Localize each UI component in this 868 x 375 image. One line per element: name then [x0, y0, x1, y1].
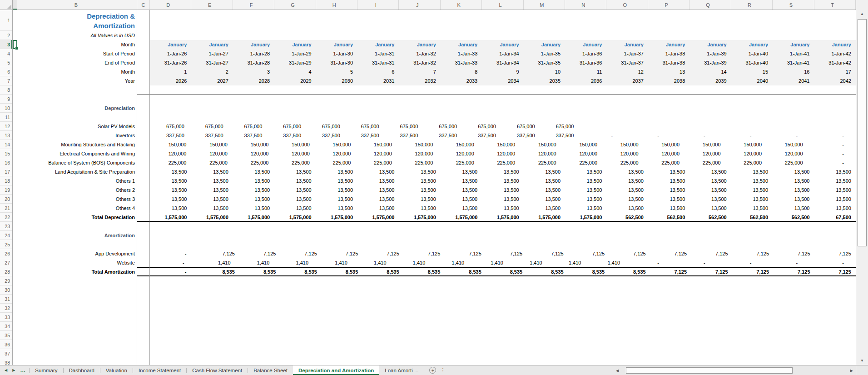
row-label-cell[interactable]: Start of Period	[17, 49, 137, 58]
cell[interactable]	[689, 285, 731, 295]
cell[interactable]	[137, 104, 150, 113]
cell[interactable]	[137, 222, 150, 231]
cell[interactable]	[731, 295, 773, 304]
cell[interactable]	[565, 240, 606, 249]
cell[interactable]: January	[648, 40, 689, 49]
cell[interactable]	[482, 104, 523, 113]
cell[interactable]: 13,500	[814, 204, 856, 213]
cell[interactable]	[137, 258, 150, 267]
cell[interactable]: -	[808, 158, 856, 167]
cell[interactable]	[13, 85, 17, 95]
cell[interactable]: 120,000	[437, 149, 478, 158]
cell[interactable]: 1,410	[391, 258, 430, 267]
row-label-cell[interactable]	[17, 240, 137, 249]
cell[interactable]: 13,500	[399, 167, 440, 176]
cell[interactable]	[814, 285, 856, 295]
horizontal-scrollbar-thumb[interactable]	[626, 367, 793, 374]
row-label-cell[interactable]	[17, 285, 137, 295]
cell[interactable]	[13, 213, 17, 222]
cell[interactable]	[399, 285, 440, 295]
cell[interactable]	[773, 95, 814, 104]
row-label-cell[interactable]: Others 2	[17, 185, 137, 195]
cell[interactable]: 14	[689, 67, 731, 76]
cell[interactable]: 150,000	[355, 140, 396, 149]
cell[interactable]	[689, 113, 731, 122]
cell[interactable]: 120,000	[684, 149, 725, 158]
cell[interactable]	[150, 285, 191, 295]
cell[interactable]: 13,500	[524, 176, 565, 185]
cell[interactable]	[316, 104, 357, 113]
column-header-D[interactable]: D	[150, 0, 191, 10]
row-header-13[interactable]: 13	[0, 131, 12, 140]
cell[interactable]	[814, 113, 856, 122]
cell[interactable]: 2	[191, 67, 233, 76]
cell[interactable]	[13, 58, 17, 67]
cell[interactable]	[773, 295, 814, 304]
row-header-5[interactable]: 5	[0, 58, 12, 67]
cell[interactable]	[482, 358, 523, 365]
cell[interactable]	[13, 304, 17, 313]
cell[interactable]: 1-Jan-29	[274, 49, 316, 58]
cell[interactable]	[648, 31, 689, 40]
cell[interactable]	[731, 240, 773, 249]
cell[interactable]: 225,000	[355, 158, 396, 167]
cell[interactable]: 31-Jan-41	[773, 58, 814, 67]
cell[interactable]: 225,000	[437, 158, 478, 167]
cell[interactable]	[137, 204, 150, 213]
cell[interactable]	[137, 95, 150, 104]
cell[interactable]: 337,500	[501, 131, 540, 140]
cell[interactable]	[137, 31, 150, 40]
cell[interactable]	[13, 249, 17, 258]
cell[interactable]: 1-Jan-40	[731, 49, 773, 58]
cell[interactable]	[233, 113, 274, 122]
cell[interactable]	[441, 85, 482, 95]
cell[interactable]	[233, 304, 274, 313]
cell[interactable]	[648, 231, 689, 240]
cell[interactable]: 120,000	[314, 149, 355, 158]
cell[interactable]: 8,535	[362, 267, 403, 276]
cell[interactable]: 13,500	[399, 195, 440, 204]
row-header-10[interactable]: 10	[0, 104, 12, 113]
cell[interactable]: January	[441, 40, 482, 49]
cell[interactable]	[814, 31, 856, 40]
cell[interactable]: 13,500	[482, 195, 523, 204]
cell[interactable]: 225,000	[314, 158, 355, 167]
cell[interactable]	[399, 322, 440, 331]
cell[interactable]	[441, 31, 482, 40]
cell[interactable]: 150,000	[397, 140, 437, 149]
cell[interactable]: -	[671, 131, 717, 140]
cell[interactable]: 13,500	[773, 185, 814, 195]
cell[interactable]	[565, 85, 606, 95]
cell[interactable]	[441, 276, 482, 285]
cell[interactable]: 13,500	[731, 204, 773, 213]
row-header-12[interactable]: 12	[0, 122, 12, 131]
cell[interactable]	[399, 113, 440, 122]
cell[interactable]: 120,000	[561, 149, 602, 158]
cell[interactable]: 150,000	[766, 140, 807, 149]
cell[interactable]	[13, 31, 17, 40]
cell[interactable]: 7,125	[198, 249, 239, 258]
cell[interactable]	[689, 358, 731, 365]
column-header-A[interactable]	[13, 0, 17, 10]
cell[interactable]: 120,000	[191, 149, 232, 158]
cell[interactable]: 7,125	[774, 267, 814, 276]
cell[interactable]: 120,000	[273, 149, 314, 158]
cell[interactable]: 675,000	[228, 122, 267, 131]
cell[interactable]	[357, 104, 399, 113]
cell[interactable]: 562,500	[773, 213, 814, 222]
row-header-21[interactable]: 21	[0, 204, 12, 213]
cell[interactable]: 13,500	[565, 176, 606, 185]
cell[interactable]	[399, 340, 440, 349]
cell[interactable]	[150, 10, 191, 31]
cell[interactable]	[316, 276, 357, 285]
cell[interactable]	[689, 304, 731, 313]
cell[interactable]	[565, 313, 606, 322]
cell[interactable]: 13,500	[150, 185, 191, 195]
row-label-cell[interactable]	[17, 222, 137, 231]
cell[interactable]	[191, 231, 233, 240]
cell[interactable]: 13,500	[441, 195, 482, 204]
cell[interactable]: 1-Jan-27	[191, 49, 233, 58]
cell[interactable]	[357, 113, 399, 122]
row-header-34[interactable]: 34	[0, 322, 12, 331]
cell[interactable]: 13,500	[150, 195, 191, 204]
